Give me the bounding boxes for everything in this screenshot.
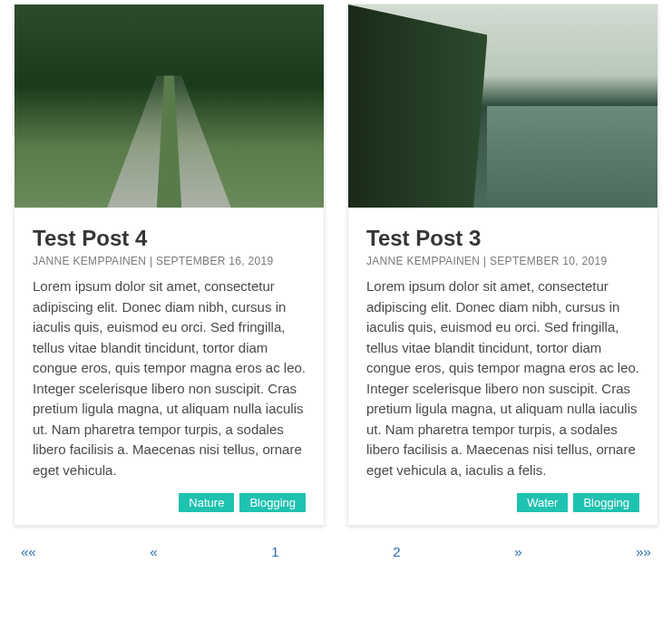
post-author[interactable]: JANNE KEMPPAINEN bbox=[33, 255, 146, 267]
post-title[interactable]: Test Post 4 bbox=[33, 226, 306, 251]
post-meta: JANNE KEMPPAINEN | SEPTEMBER 16, 2019 bbox=[33, 255, 306, 267]
post-thumbnail[interactable] bbox=[15, 5, 324, 208]
post-excerpt: Lorem ipsum dolor sit amet, consectetur … bbox=[366, 276, 639, 480]
posts-grid: Test Post 4 JANNE KEMPPAINEN | SEPTEMBER… bbox=[14, 4, 658, 526]
pagination: «« « 1 2 » »» bbox=[14, 542, 658, 561]
pagination-next[interactable]: » bbox=[509, 542, 527, 561]
pagination-page-1[interactable]: 1 bbox=[266, 542, 284, 561]
tag-nature[interactable]: Nature bbox=[179, 493, 234, 512]
post-title[interactable]: Test Post 3 bbox=[366, 226, 639, 251]
post-date: SEPTEMBER 10, 2019 bbox=[490, 255, 607, 267]
post-tags: Nature Blogging bbox=[33, 493, 306, 512]
post-date: SEPTEMBER 16, 2019 bbox=[156, 255, 273, 267]
post-card: Test Post 3 JANNE KEMPPAINEN | SEPTEMBER… bbox=[347, 4, 658, 526]
tag-blogging[interactable]: Blogging bbox=[573, 493, 639, 512]
post-thumbnail[interactable] bbox=[348, 5, 657, 208]
tag-water[interactable]: Water bbox=[517, 493, 568, 512]
post-card: Test Post 4 JANNE KEMPPAINEN | SEPTEMBER… bbox=[14, 4, 325, 526]
post-content: Test Post 4 JANNE KEMPPAINEN | SEPTEMBER… bbox=[15, 208, 324, 525]
post-author[interactable]: JANNE KEMPPAINEN bbox=[366, 255, 480, 267]
post-meta: JANNE KEMPPAINEN | SEPTEMBER 10, 2019 bbox=[366, 255, 639, 267]
pagination-prev[interactable]: « bbox=[144, 542, 162, 561]
post-content: Test Post 3 JANNE KEMPPAINEN | SEPTEMBER… bbox=[348, 208, 657, 525]
pagination-last[interactable]: »» bbox=[630, 542, 657, 561]
pagination-page-2[interactable]: 2 bbox=[387, 542, 405, 561]
post-excerpt: Lorem ipsum dolor sit amet, consectetur … bbox=[33, 276, 306, 480]
post-tags: Water Blogging bbox=[366, 493, 639, 512]
pagination-first[interactable]: «« bbox=[15, 542, 42, 561]
tag-blogging[interactable]: Blogging bbox=[239, 493, 306, 512]
